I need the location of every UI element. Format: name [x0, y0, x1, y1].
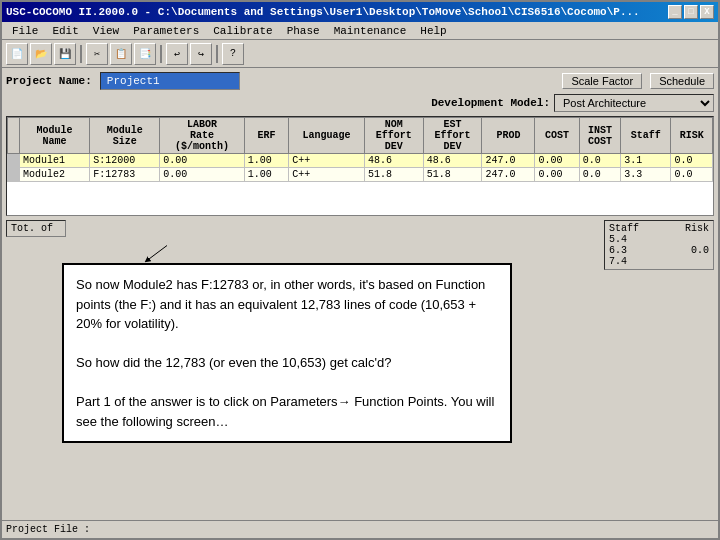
col-nom-effort-header: NOMEffortDEV — [365, 118, 424, 154]
open-button[interactable]: 📂 — [30, 43, 52, 65]
status-bar: Project File : — [2, 520, 718, 538]
col-erf-header: ERF — [244, 118, 288, 154]
menu-calibrate[interactable]: Calibrate — [207, 24, 278, 38]
main-window: USC-COCOMO II.2000.0 - C:\Documents and … — [0, 0, 720, 540]
project-row: Project Name: Project1 Scale Factor Sche… — [6, 72, 714, 90]
module2-cost: 0.00 — [535, 168, 579, 182]
totals-staff-header: Staff — [609, 223, 639, 234]
totals-staff-3: 7.4 — [609, 256, 627, 267]
totals-right-box: Staff Risk 5.4 6.3 0.0 7.4 — [604, 220, 714, 270]
toolbar-sep-2 — [160, 45, 162, 63]
table-header-row-1: ModuleName ModuleSize LABORRate($/month)… — [8, 118, 713, 154]
scale-factor-button[interactable]: Scale Factor — [562, 73, 642, 89]
dev-model-label: Development Model: — [431, 97, 550, 109]
copy-button[interactable]: 📋 — [110, 43, 132, 65]
status-text: Project File : — [6, 524, 90, 535]
module2-size[interactable]: F:12783 — [90, 168, 160, 182]
module2-risk: 0.0 — [671, 168, 713, 182]
window-title: USC-COCOMO II.2000.0 - C:\Documents and … — [6, 6, 640, 18]
menu-file[interactable]: File — [6, 24, 44, 38]
module2-staff: 3.3 — [621, 168, 671, 182]
col-est-effort-header: ESTEffortDEV — [423, 118, 482, 154]
annotation-text-3: Part 1 of the answer is to click on Para… — [76, 392, 498, 431]
module1-size[interactable]: S:12000 — [90, 154, 160, 168]
module1-cost: 0.00 — [535, 154, 579, 168]
module1-language: C++ — [289, 154, 365, 168]
table-row: Module2 F:12783 0.00 1.00 C++ 51.8 51.8 … — [8, 168, 713, 182]
minimize-button[interactable]: _ — [668, 5, 682, 19]
svg-line-0 — [147, 246, 167, 261]
module1-risk: 0.0 — [671, 154, 713, 168]
menu-edit[interactable]: Edit — [46, 24, 84, 38]
module1-prod: 247.0 — [482, 154, 535, 168]
redo-button[interactable]: ↪ — [190, 43, 212, 65]
title-bar: USC-COCOMO II.2000.0 - C:\Documents and … — [2, 2, 718, 22]
new-button[interactable]: 📄 — [6, 43, 28, 65]
totals-risk-header: Risk — [685, 223, 709, 234]
module2-language: C++ — [289, 168, 365, 182]
row-marker-2 — [8, 168, 20, 182]
module1-est-effort: 48.6 — [423, 154, 482, 168]
close-button[interactable]: X — [700, 5, 714, 19]
module2-prod: 247.0 — [482, 168, 535, 182]
row-marker-1 — [8, 154, 20, 168]
menu-parameters[interactable]: Parameters — [127, 24, 205, 38]
totals-box: Tot. of — [6, 220, 66, 237]
undo-button[interactable]: ↩ — [166, 43, 188, 65]
module2-name[interactable]: Module2 — [20, 168, 90, 182]
save-button[interactable]: 💾 — [54, 43, 76, 65]
table-row: Module1 S:12000 0.00 1.00 C++ 48.6 48.6 … — [8, 154, 713, 168]
toolbar-sep-3 — [216, 45, 218, 63]
toolbar: 📄 📂 💾 ✂ 📋 📑 ↩ ↪ ? — [2, 40, 718, 68]
project-name-input[interactable]: Project1 — [100, 72, 240, 90]
totals-risk-2: 0.0 — [691, 245, 709, 256]
menu-bar: File Edit View Parameters Calibrate Phas… — [2, 22, 718, 40]
totals-staff-1: 5.4 — [609, 234, 627, 245]
col-cost-header: COST — [535, 118, 579, 154]
col-prod-header: PROD — [482, 118, 535, 154]
module2-inst-cost: 0.0 — [579, 168, 621, 182]
module1-inst-cost: 0.0 — [579, 154, 621, 168]
menu-maintenance[interactable]: Maintenance — [328, 24, 413, 38]
col-module-name-header: ModuleName — [20, 118, 90, 154]
module2-est-effort: 51.8 — [423, 168, 482, 182]
col-language-header: Language — [289, 118, 365, 154]
menu-view[interactable]: View — [87, 24, 125, 38]
help-button[interactable]: ? — [222, 43, 244, 65]
col-module-size-header: ModuleSize — [90, 118, 160, 154]
col-x-header — [8, 118, 20, 154]
annotation-text-1: So now Module2 has F:12783 or, in other … — [76, 275, 498, 334]
module1-staff: 3.1 — [621, 154, 671, 168]
totals-staff-2: 6.3 — [609, 245, 627, 256]
totals-label: Tot. of — [11, 223, 61, 234]
col-staff-header: Staff — [621, 118, 671, 154]
module1-rate[interactable]: 0.00 — [160, 154, 244, 168]
col-risk-header: RISK — [671, 118, 713, 154]
schedule-button[interactable]: Schedule — [650, 73, 714, 89]
toolbar-sep-1 — [80, 45, 82, 63]
module1-erf[interactable]: 1.00 — [244, 154, 288, 168]
module-table: ModuleName ModuleSize LABORRate($/month)… — [6, 116, 714, 216]
paste-button[interactable]: 📑 — [134, 43, 156, 65]
menu-phase[interactable]: Phase — [281, 24, 326, 38]
col-labor-rate-header: LABORRate($/month) — [160, 118, 244, 154]
main-content: Project Name: Project1 Scale Factor Sche… — [2, 68, 718, 520]
module1-name[interactable]: Module1 — [20, 154, 90, 168]
module2-rate[interactable]: 0.00 — [160, 168, 244, 182]
maximize-button[interactable]: □ — [684, 5, 698, 19]
module2-nom-effort: 51.8 — [365, 168, 424, 182]
dev-model-row: Development Model: Early Design Post Arc… — [6, 94, 714, 112]
module2-erf[interactable]: 1.00 — [244, 168, 288, 182]
dev-model-select[interactable]: Early Design Post Architecture COCOMO I — [554, 94, 714, 112]
col-inst-cost-header: INSTCOST — [579, 118, 621, 154]
annotation-text-2: So how did the 12,783 (or even the 10,65… — [76, 353, 498, 373]
project-name-label: Project Name: — [6, 75, 92, 87]
annotation-box: So now Module2 has F:12783 or, in other … — [62, 263, 512, 443]
module1-nom-effort: 48.6 — [365, 154, 424, 168]
menu-help[interactable]: Help — [414, 24, 452, 38]
title-bar-buttons: _ □ X — [668, 5, 714, 19]
annotation-arrow — [117, 243, 197, 263]
cut-button[interactable]: ✂ — [86, 43, 108, 65]
